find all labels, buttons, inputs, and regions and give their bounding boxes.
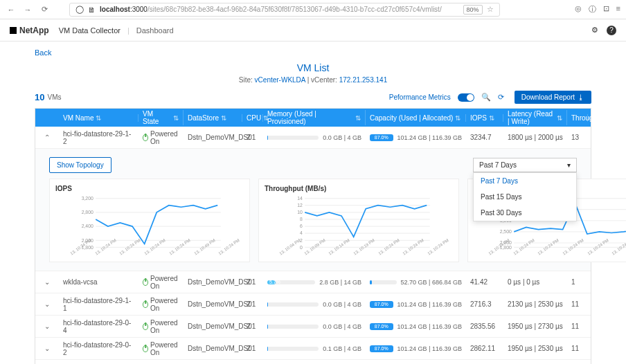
site-link[interactable]: vCenter-WKLDA: [255, 76, 305, 84]
site-info: Site: vCenter-WKLDA | vCenter: 172.21.25…: [35, 76, 591, 84]
vm-name[interactable]: hci-fio-datastore-29-1-1: [59, 294, 138, 315]
th-name[interactable]: VM Name⇅: [59, 114, 138, 122]
tray-icon[interactable]: ⊡: [603, 4, 609, 15]
url-bar[interactable]: ◯ 🗎 localhost:3000/sites/68c79b82-be38-4…: [69, 3, 500, 17]
expand-toggle[interactable]: ⌄: [35, 342, 59, 355]
svg-text:2,500: 2,500: [500, 229, 512, 234]
power-icon: [143, 279, 148, 286]
latency-value: 1950 µs | 2530 µs: [503, 342, 567, 355]
time-option[interactable]: Past 7 Days: [474, 173, 576, 189]
memory-bar: [267, 325, 319, 329]
bookmark-icon[interactable]: ☆: [487, 5, 494, 14]
th-state[interactable]: VM State⇅: [138, 110, 184, 125]
capacity-text: 52.70 GB | 686.84 GB: [401, 279, 462, 286]
iops-value: 41.42: [466, 275, 503, 289]
th-throughput[interactable]: Throug: [567, 114, 588, 122]
power-icon: [143, 345, 148, 352]
latency-value: 2130 µs | 2530 µs: [503, 298, 567, 311]
capacity-bar: 87.0%: [370, 301, 393, 308]
memory-bar: 5.7%: [267, 280, 315, 284]
memory-text: 0.0 GB | 4 GB: [323, 323, 361, 330]
svg-text:6: 6: [300, 224, 303, 228]
browser-reload[interactable]: ⟳: [39, 4, 50, 15]
vm-table: VM Name⇅ VM State⇅ DataStore⇅ CPU⇅ Memor…: [35, 108, 591, 364]
datastore-name[interactable]: Dstn_DemoVM_DS01: [184, 342, 242, 355]
nav-dashboard[interactable]: Dashboard: [136, 26, 174, 35]
datastore-name[interactable]: Dstn_DemoVM_DS01: [184, 298, 242, 311]
memory-bar: [267, 136, 319, 140]
perf-metrics-toggle[interactable]: [458, 93, 474, 102]
datastore-name[interactable]: Dstn_DemoVM_DS01: [184, 275, 242, 289]
memory-text: 2.8 GB | 14 GB: [319, 279, 361, 286]
chart-throughputmbs: Throughput (MB/s) 02468101214 13, 10:04 …: [258, 179, 459, 262]
expand-toggle[interactable]: ⌃: [35, 131, 59, 144]
chart-title: IOPS: [55, 185, 244, 192]
table-row: ⌄ hci-fio-datastore-29-1-1 Powered On Ds…: [35, 293, 591, 316]
th-datastore[interactable]: DataStore⇅: [184, 114, 242, 122]
iops-value: 3234.7: [466, 131, 503, 144]
capacity-bar: 87.0%: [370, 345, 393, 352]
settings-icon[interactable]: ⚙: [591, 26, 598, 35]
datastore-name[interactable]: Dstn_DemoVM_DS01: [184, 131, 242, 144]
ext-icon[interactable]: ◎: [575, 4, 582, 15]
vcenter-link[interactable]: 172.21.253.141: [339, 76, 388, 84]
time-option[interactable]: Past 30 Days: [474, 205, 576, 221]
search-icon[interactable]: 🔍: [481, 93, 491, 102]
svg-text:2,400: 2,400: [82, 224, 93, 228]
power-icon: [143, 134, 148, 141]
zoom-badge[interactable]: 80%: [463, 5, 483, 15]
th-capacity[interactable]: Capacity (Used | Allocated)⇅: [366, 114, 466, 122]
datastore-name[interactable]: Dstn_DemoVM_DS01: [184, 320, 242, 333]
throughput-value: 11: [567, 342, 588, 355]
url-text: localhost:3000/sites/68c79b82-be38-4acf-…: [100, 6, 442, 13]
vm-state: Powered On: [143, 130, 179, 145]
download-icon: ⭳: [578, 93, 584, 101]
download-report-button[interactable]: Download Report ⭳: [515, 91, 591, 104]
table-row: ⌄ hci-fio-datastore-29-0-2 Powered On Ds…: [35, 338, 591, 360]
latency-value: 1950 µs | 2730 µs: [503, 320, 567, 333]
memory-bar: [267, 302, 319, 307]
refresh-icon[interactable]: ⟳: [498, 93, 508, 102]
help-icon[interactable]: ?: [607, 26, 616, 35]
table-row: ⌄ wklda-vcsa Powered On Dstn_DemoVM_DS01…: [35, 271, 591, 293]
cpu-count: 2: [242, 131, 263, 144]
svg-text:0: 0: [300, 245, 303, 250]
expand-toggle[interactable]: ⌄: [35, 298, 59, 311]
svg-text:2,800: 2,800: [82, 210, 93, 215]
memory-bar: [267, 347, 319, 351]
vm-name[interactable]: hci-fio-datastore-29-0-2: [59, 338, 138, 359]
account-icon[interactable]: ⓘ: [589, 4, 596, 15]
time-option[interactable]: Past 15 Days: [474, 189, 576, 205]
vm-state: Powered On: [143, 341, 179, 356]
th-iops[interactable]: IOPS⇅: [466, 114, 503, 122]
vm-state: Powered On: [143, 275, 179, 290]
th-memory[interactable]: Memory (Used | Provisioned)⇅: [263, 110, 366, 125]
iops-value: 2716.3: [466, 298, 503, 311]
menu-icon[interactable]: ≡: [616, 4, 620, 15]
lock-icon: 🗎: [88, 6, 96, 14]
vm-count: 10: [35, 92, 44, 102]
show-topology-button[interactable]: Show Topology: [49, 157, 111, 173]
expand-toggle[interactable]: ⌄: [35, 275, 59, 289]
power-icon: [143, 301, 148, 308]
vm-name[interactable]: hci-fio-datastore-29-0-4: [59, 316, 138, 337]
th-latency[interactable]: Latency (Read | Write)⇅: [503, 110, 567, 125]
throughput-value: 11: [567, 320, 588, 333]
cpu-count: 2: [242, 298, 263, 311]
table-row: ⌃ hci-fio-datastore-29-1-2 Powered On Ds…: [35, 127, 591, 149]
time-range-select[interactable]: Past 7 Days▾ Past 7 DaysPast 15 DaysPast…: [473, 158, 577, 172]
memory-text: 0.1 GB | 4 GB: [323, 345, 361, 352]
expand-toggle[interactable]: ⌄: [35, 320, 59, 333]
browser-back[interactable]: ←: [6, 4, 17, 15]
throughput-value: 1: [567, 275, 588, 289]
page-title: VM List: [35, 62, 591, 73]
chevron-down-icon: ▾: [567, 161, 571, 169]
back-link[interactable]: Back: [35, 48, 51, 57]
capacity-text: 101.24 GB | 116.39 GB: [397, 301, 462, 308]
browser-forward[interactable]: →: [22, 4, 33, 15]
vm-name[interactable]: hci-fio-datastore-29-1-2: [59, 127, 138, 148]
th-cpu[interactable]: CPU⇅: [242, 114, 263, 122]
table-row: ⌄ hci-fio-datastore-29-0-4 Powered On Ds…: [35, 316, 591, 338]
expanded-panel: Show Topology Past 7 Days▾ Past 7 DaysPa…: [35, 149, 591, 271]
vm-name[interactable]: wklda-vcsa: [59, 275, 138, 289]
